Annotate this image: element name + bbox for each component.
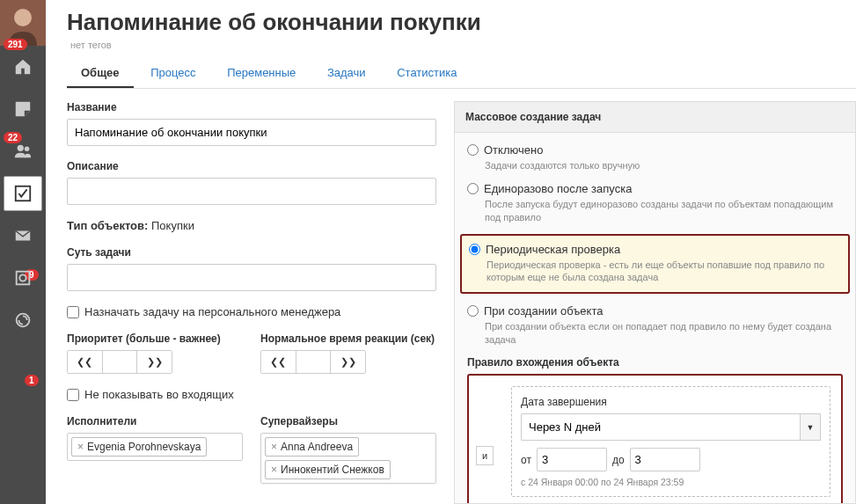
tabs: Общее Процесс Переменные Задачи Статисти…: [67, 59, 856, 89]
opt-periodic-desc: Периодическая проверка - есть ли еще объ…: [487, 259, 841, 284]
opt-off-desc: Задачи создаются только вручную: [485, 159, 843, 172]
mass-panel: Массовое создание задач Отключено Задачи…: [454, 101, 856, 504]
form-column: Название Описание Тип объектов: Покупки …: [67, 101, 436, 504]
tab-process[interactable]: Процесс: [136, 59, 209, 86]
opt-off-radio[interactable]: [467, 144, 479, 156]
svg-point-3: [25, 147, 30, 152]
opt-off-label: Отключено: [484, 143, 543, 157]
to-label: до: [612, 454, 625, 466]
performer-tag: ×Evgenia Porohnevskaya: [71, 437, 207, 457]
sidebar: 291 22 9 1: [0, 0, 46, 504]
to-input[interactable]: [630, 448, 700, 471]
svg-rect-6: [17, 272, 30, 285]
name-label: Название: [67, 101, 436, 113]
panel-title: Массовое создание задач: [455, 102, 855, 133]
from-input[interactable]: [537, 448, 607, 471]
supervisor-tag: ×Иннокентий Снежков: [265, 460, 391, 479]
reaction-stepper: ❮❮ ❯❯: [260, 350, 366, 374]
svg-point-2: [18, 145, 24, 151]
nav-contacts[interactable]: [0, 130, 46, 172]
priority-stepper: ❮❮ ❯❯: [67, 350, 172, 374]
priority-fast-up[interactable]: ❯❯: [137, 351, 172, 373]
opt-once-desc: После запуска будут единоразово созданы …: [485, 198, 843, 223]
reaction-fast-up[interactable]: ❯❯: [331, 351, 365, 373]
badge-sync: 1: [25, 375, 39, 386]
essence-label: Суть задачи: [67, 246, 436, 259]
tab-general[interactable]: Общее: [67, 59, 134, 88]
remove-icon[interactable]: ×: [271, 464, 277, 476]
opt-oncreate-label: При создании объекта: [484, 304, 603, 318]
opt-periodic-radio[interactable]: [469, 244, 480, 255]
priority-label: Приоритет (больше - важнее): [67, 332, 243, 345]
nav-reports[interactable]: [0, 88, 46, 130]
svg-point-1: [14, 9, 32, 26]
opt-once-label: Единоразово после запуска: [484, 182, 632, 195]
supervisor-tag: ×Anna Andreeva: [265, 437, 359, 457]
cond1-mode-select[interactable]: [521, 413, 800, 441]
assign-personal-checkbox[interactable]: [67, 306, 79, 318]
supervisors-box[interactable]: ×Anna Andreeva ×Иннокентий Снежков: [260, 433, 436, 484]
nav-tasks[interactable]: [4, 176, 42, 211]
page-title: Напоминание об окончании покупки: [67, 9, 856, 36]
nav-sync[interactable]: [0, 299, 46, 341]
performers-label: Исполнители: [67, 415, 243, 427]
desc-input[interactable]: [67, 178, 436, 205]
supervisors-label: Супервайзеры: [260, 415, 436, 427]
objtype-value: Покупки: [151, 219, 194, 232]
main: Напоминание об окончании покупки нет тег…: [46, 0, 856, 504]
nav-safe[interactable]: [0, 257, 46, 299]
svg-point-7: [19, 274, 26, 281]
rule-box: и Дата завершения ▼ от до: [467, 374, 843, 503]
rule-join[interactable]: и: [476, 446, 494, 465]
reaction-value[interactable]: [296, 351, 332, 373]
condition-date: Дата завершения ▼ от до с 2: [511, 386, 830, 497]
name-input[interactable]: [67, 119, 436, 146]
tab-stats[interactable]: Статистика: [383, 59, 471, 86]
opt-oncreate-desc: При создании объекта если он попадает по…: [485, 320, 843, 346]
nav-mail[interactable]: [0, 215, 46, 257]
tab-variables[interactable]: Переменные: [213, 59, 310, 86]
opt-once-radio[interactable]: [467, 183, 479, 194]
from-label: от: [521, 454, 531, 466]
essence-input[interactable]: [67, 264, 436, 291]
cond1-label: Дата завершения: [521, 396, 821, 408]
hide-inbox-label: Не показывать во входящих: [84, 388, 234, 401]
desc-label: Описание: [67, 160, 436, 172]
remove-icon[interactable]: ×: [77, 441, 84, 453]
assign-personal-label: Назначать задачу на персонального менедж…: [84, 305, 340, 318]
priority-value[interactable]: [103, 351, 138, 373]
reaction-fast-down[interactable]: ❮❮: [261, 351, 296, 373]
opt-oncreate-radio[interactable]: [467, 305, 479, 317]
rule-label: Правило вхождения объекта: [467, 356, 843, 369]
remove-icon[interactable]: ×: [271, 441, 277, 453]
tab-tasks[interactable]: Задачи: [313, 59, 380, 86]
hide-inbox-checkbox[interactable]: [67, 389, 79, 401]
performers-box[interactable]: ×Evgenia Porohnevskaya: [67, 433, 243, 461]
chevron-down-icon[interactable]: ▼: [800, 413, 821, 441]
objtype-label: Тип объектов:: [67, 219, 148, 232]
no-tags[interactable]: нет тегов: [70, 40, 856, 50]
reaction-label: Нормальное время реакции (сек): [260, 332, 436, 345]
opt-periodic-label: Периодическая проверка: [486, 243, 620, 256]
nav-home[interactable]: [0, 46, 46, 88]
range-hint: с 24 Января 00:00 по 24 Января 23:59: [521, 477, 821, 487]
priority-fast-down[interactable]: ❮❮: [68, 351, 103, 373]
